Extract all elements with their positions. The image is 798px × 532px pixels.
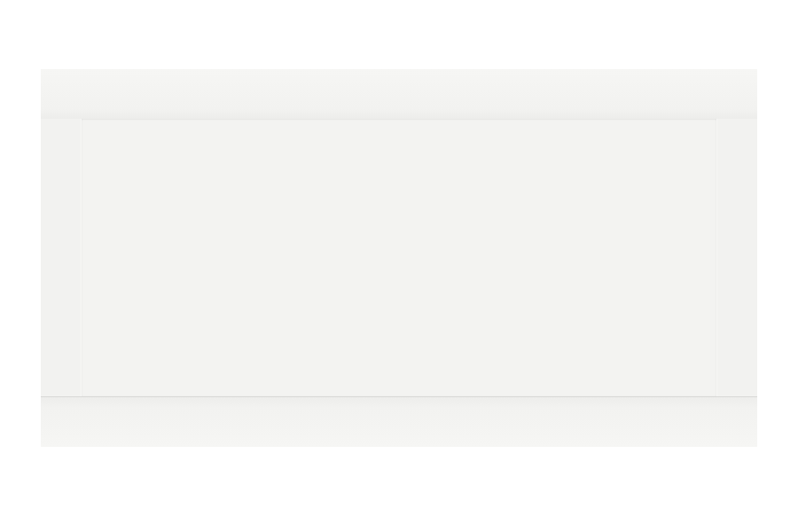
image-canvas [0, 0, 798, 532]
top-rail [41, 69, 757, 120]
cabinet-panel [41, 69, 757, 447]
center-recessed-panel [82, 119, 716, 397]
left-stile [41, 119, 82, 397]
right-stile [716, 119, 757, 397]
bottom-rail [41, 396, 757, 447]
